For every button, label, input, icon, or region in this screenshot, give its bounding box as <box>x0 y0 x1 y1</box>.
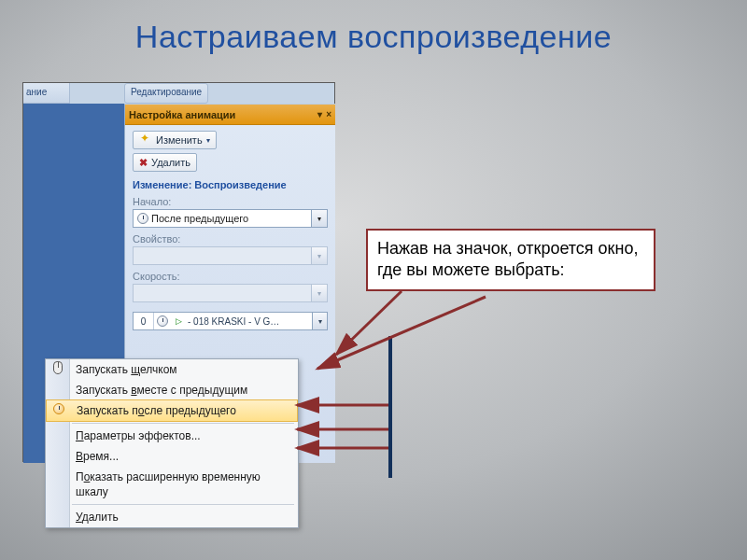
menu-separator <box>72 504 294 505</box>
clock-icon <box>154 313 171 329</box>
speed-dropdown: ▾ <box>133 284 328 302</box>
start-dropdown[interactable]: После предыдущего ▾ <box>133 209 328 228</box>
x-icon: ✖ <box>139 157 148 169</box>
menu-timing[interactable]: Время... <box>46 446 298 467</box>
remove-button[interactable]: ✖ Удалить <box>133 153 197 172</box>
star-icon <box>139 133 152 147</box>
context-menu: Запускать щелчком Запускать вместе с пре… <box>45 358 299 528</box>
callout-box: Нажав на значок, откроется окно, где вы … <box>366 229 655 291</box>
item-index: 0 <box>134 313 154 329</box>
change-button-label: Изменить <box>156 134 203 146</box>
animation-list-item[interactable]: 0 ▷ - 018 KRASKI - V G… ▾ <box>133 312 328 330</box>
slide-title: Настраиваем воспроизведение <box>0 0 747 55</box>
start-label: Начало: <box>133 196 328 207</box>
change-button[interactable]: Изменить ▾ <box>133 131 217 149</box>
clock-icon <box>137 213 148 224</box>
svg-line-1 <box>317 297 486 369</box>
property-dropdown: ▾ <box>133 246 328 265</box>
menu-effect-options[interactable]: Параметры эффектов... <box>46 426 298 446</box>
pane-dropdown-icon[interactable]: ▾ <box>317 109 322 119</box>
mouse-icon <box>49 361 66 378</box>
ribbon-fragment-left: ание <box>23 83 70 104</box>
menu-start-after-previous[interactable]: Запускать после предыдущего <box>46 399 298 422</box>
remove-button-label: Удалить <box>151 157 190 168</box>
clock-icon <box>50 403 67 418</box>
section-label: Изменение: Воспроизведение <box>133 179 328 190</box>
dropdown-button-icon[interactable]: ▾ <box>311 210 327 227</box>
menu-start-with-previous[interactable]: Запускать вместе с предыдущим <box>46 380 298 400</box>
pane-close-icon[interactable]: × <box>326 109 331 119</box>
ribbon-fragment-edit: Редактирование <box>124 83 208 104</box>
menu-show-advanced-timeline[interactable]: Показать расширенную временную шкалу <box>46 467 298 502</box>
item-label: - 018 KRASKI - V G… <box>186 313 312 329</box>
pane-title: Настройка анимации <box>129 109 235 120</box>
property-label: Свойство: <box>133 233 328 245</box>
item-dropdown-icon[interactable]: ▾ <box>312 313 327 329</box>
pane-header: Настройка анимации ▾ × <box>125 105 335 125</box>
play-icon: ▷ <box>171 313 186 329</box>
menu-start-onclick[interactable]: Запускать щелчком <box>46 359 298 380</box>
caret-down-icon: ▾ <box>206 136 210 145</box>
speed-label: Скорость: <box>133 271 328 282</box>
callout-text: Нажав на значок, откроется окно, где вы … <box>377 239 638 279</box>
menu-separator <box>72 423 294 424</box>
start-value: После предыдущего <box>151 213 248 224</box>
vertical-divider <box>388 336 392 478</box>
menu-delete[interactable]: Удалить <box>46 507 298 527</box>
